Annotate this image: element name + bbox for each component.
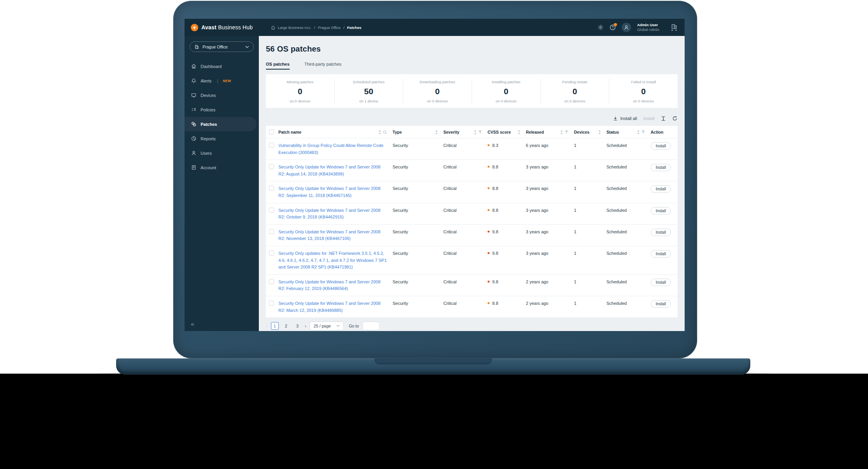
row-checkbox[interactable] (269, 143, 274, 148)
sidebar-item-devices[interactable]: Devices (185, 88, 259, 102)
column-header-severity[interactable]: Severity (443, 130, 488, 134)
row-checkbox[interactable] (269, 186, 274, 191)
install-row-button[interactable]: Install (651, 207, 671, 215)
column-header-cvss-score[interactable]: CVSS score (488, 130, 526, 134)
sidebar-item-policies[interactable]: Policies (185, 102, 259, 117)
column-header-status[interactable]: Status (606, 130, 651, 134)
brand-logo[interactable]: Avast Business Hub (191, 24, 253, 31)
laptop-mockup-stage: Avast Business Hub Large Business Acc. /… (0, 0, 868, 469)
filter-icon[interactable] (641, 130, 645, 134)
chevron-down-icon (336, 325, 340, 327)
column-header-devices[interactable]: Devices (574, 130, 606, 134)
filter-icon[interactable] (565, 130, 569, 134)
sidebar-item-dashboard[interactable]: Dashboard (185, 59, 259, 73)
search-icon[interactable] (383, 130, 387, 134)
patch-devices: 1 (574, 250, 606, 257)
building-icon (194, 45, 199, 49)
row-checkbox[interactable] (269, 301, 274, 306)
patch-name-link[interactable]: Security Only Update for Windows 7 and S… (278, 229, 393, 242)
column-header-type[interactable]: Type (393, 130, 443, 134)
document-icon (191, 165, 196, 170)
page-number-button[interactable]: 1 (271, 322, 279, 330)
patch-released: 3 years ago (526, 185, 574, 192)
cvss-dot (488, 166, 490, 168)
column-header-patch-name[interactable]: Patch name (278, 130, 393, 134)
patch-name-link[interactable]: Security Only Update for Windows 7 and S… (278, 185, 393, 199)
tab-os-patches[interactable]: OS patches (266, 62, 290, 70)
install-row-button[interactable]: Install (651, 279, 671, 286)
stat-value: 0 (609, 87, 678, 96)
column-header-action: Action (651, 130, 678, 134)
column-header-released[interactable]: Released (526, 130, 574, 134)
sort-icon[interactable] (560, 130, 563, 134)
refresh-icon[interactable] (672, 116, 678, 121)
page-number-button[interactable]: 3 (294, 322, 301, 330)
row-checkbox[interactable] (269, 208, 274, 213)
sidebar-item-patches[interactable]: Patches (185, 117, 256, 131)
install-all-button[interactable]: Install all (613, 116, 637, 121)
breadcrumb-item[interactable]: Large Business Acc. (278, 25, 312, 30)
stat-label: Pending restart (541, 80, 609, 84)
breadcrumb-item[interactable]: Prague Office (318, 25, 341, 30)
install-label: Install (643, 116, 655, 121)
patch-name-link[interactable]: Security Only Update for Windows 7 and S… (278, 207, 393, 221)
home-icon[interactable] (271, 25, 275, 30)
page-size-select[interactable]: 25 / page (310, 322, 344, 330)
goto-label: Go to (349, 324, 359, 328)
patch-name-link[interactable]: Security Only Update for Windows 7 and S… (278, 279, 393, 292)
laptop-base-notch (375, 358, 492, 364)
avatar[interactable] (622, 23, 631, 32)
gear-icon[interactable] (597, 24, 604, 30)
policy-list-icon (191, 107, 196, 112)
tab-third-party-patches[interactable]: Third-party patches (305, 62, 342, 70)
patch-status: Scheduled (606, 185, 651, 192)
sort-icon[interactable] (378, 130, 381, 134)
patch-type: Security (393, 229, 443, 236)
site-selector[interactable]: Prague Office (190, 41, 254, 52)
patch-name-link[interactable]: Security Only Update for Windows 7 and S… (278, 300, 393, 314)
install-row-button[interactable]: Install (651, 250, 671, 258)
patch-name-link[interactable]: Vulnerability in Group Policy Could Allo… (278, 142, 393, 156)
row-checkbox[interactable] (269, 164, 274, 169)
patch-name-link[interactable]: Security Only Update for Windows 7 and S… (278, 164, 393, 177)
collapse-sidebar-icon[interactable]: « (191, 320, 194, 327)
sort-icon[interactable] (598, 130, 601, 134)
patch-status: Scheduled (606, 142, 651, 149)
sort-icon[interactable] (637, 130, 640, 134)
help-icon[interactable] (610, 24, 616, 30)
page-number-button[interactable]: 2 (282, 322, 290, 330)
install-row-button[interactable]: Install (651, 229, 671, 236)
row-height-icon[interactable] (661, 116, 666, 121)
sort-icon[interactable] (435, 130, 438, 134)
install-row-button[interactable]: Install (651, 300, 671, 308)
install-row-button[interactable]: Install (651, 142, 671, 150)
install-row-button[interactable]: Install (651, 185, 671, 193)
company-switcher-icon[interactable] (670, 23, 678, 32)
install-row-button[interactable]: Install (651, 164, 671, 171)
filter-icon[interactable] (478, 130, 482, 134)
table-row: Security Only Update for Windows 7 and S… (266, 296, 678, 317)
patch-name-link[interactable]: Security Only updates for .NET Framework… (278, 250, 393, 271)
stat-label: Scheduled patches (335, 80, 403, 84)
user-role: Global Admin (637, 27, 659, 32)
row-checkbox[interactable] (269, 251, 274, 256)
sidebar-item-users[interactable]: Users (185, 146, 259, 160)
next-page-icon[interactable]: › (305, 324, 307, 328)
patch-cvss: 8.8 (488, 300, 526, 307)
select-all-checkbox[interactable] (269, 129, 274, 134)
stat-value: 0 (403, 87, 472, 96)
install-button[interactable]: Install (643, 116, 655, 121)
prev-page-icon[interactable]: ‹ (266, 324, 267, 328)
sidebar-item-reports[interactable]: Reports (185, 131, 259, 146)
row-checkbox[interactable] (269, 279, 274, 284)
row-checkbox[interactable] (269, 229, 274, 234)
sort-icon[interactable] (474, 130, 477, 134)
patch-type: Security (393, 185, 443, 192)
goto-page-input[interactable] (362, 322, 380, 330)
sidebar-item-account[interactable]: Account (185, 160, 259, 175)
user-info[interactable]: Admin User Global Admin (637, 23, 659, 32)
sort-icon[interactable] (518, 130, 520, 134)
table-row: Security Only Update for Windows 7 and S… (266, 224, 678, 246)
sidebar-item-alerts[interactable]: Alerts | NEW (185, 73, 259, 88)
table-header-row: Patch name Type Severity CVSS sco (266, 126, 678, 138)
